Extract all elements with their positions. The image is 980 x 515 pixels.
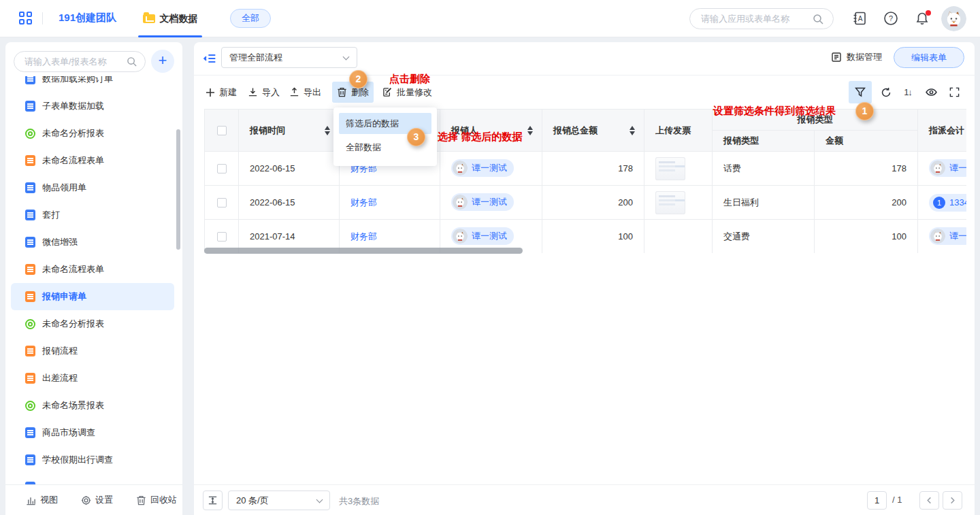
column-header-type[interactable]: 报销类型 [713, 131, 815, 152]
cell-date: 2022-06-15 [239, 152, 340, 186]
data-manage-button[interactable]: 数据管理 [831, 51, 882, 63]
row-checkbox[interactable] [217, 198, 227, 207]
chevron-down-icon [316, 497, 323, 503]
sidebar-item-form[interactable]: 子表单数据加载 [11, 93, 174, 120]
fullscreen-button[interactable] [943, 81, 966, 103]
sidebar-item-flow-form[interactable]: 未命名流程表单 [11, 147, 174, 174]
search-icon [127, 56, 137, 67]
cell-date: 2022-06-15 [239, 186, 340, 220]
cell-accountant: 11334 [918, 186, 967, 220]
user-pill[interactable]: 谭一测试 [451, 227, 514, 245]
sidebar-scrollbar[interactable] [176, 129, 180, 250]
scope-all-pill[interactable]: 全部 [230, 9, 271, 28]
collapse-sidebar-icon[interactable] [203, 52, 216, 65]
sidebar-item-form[interactable]: 微信增强 [11, 229, 174, 256]
user-avatar[interactable] [941, 6, 966, 31]
invoice-thumbnail[interactable] [655, 191, 685, 214]
sort-arrows-icon[interactable] [527, 125, 534, 136]
new-button[interactable]: 新建 [201, 82, 242, 103]
sidebar-item-expense-form-selected[interactable]: 报销申请单 [11, 283, 174, 310]
import-button[interactable]: 导入 [243, 82, 284, 103]
table-row[interactable]: 2022-06-15 财务部 谭一测试 200 生日福利 200 11334 [205, 186, 967, 220]
step-label-3: 选择 筛选后的数据 [438, 131, 522, 144]
sort-arrows-icon[interactable] [630, 125, 636, 136]
table-row[interactable]: 2022-06-15 财务部 谭一测试 178 话费 178 谭一 [205, 152, 967, 186]
sidebar-item-form[interactable]: 物品领用单 [11, 174, 174, 201]
tab-document-data[interactable]: 文档数据 [138, 0, 202, 37]
cell-reporter: 谭一测试 [440, 152, 542, 186]
form-search[interactable] [14, 51, 146, 72]
sidebar-item-flow-form[interactable]: 未命名流程表单 [11, 256, 174, 283]
flow-filter-select[interactable]: 管理全部流程 [221, 47, 357, 68]
sidebar-item-form[interactable]: 套打 [11, 201, 174, 229]
form-icon [25, 237, 35, 248]
global-search-input[interactable] [701, 10, 810, 28]
lucky-cat-avatar [453, 161, 468, 176]
refresh-button[interactable] [875, 81, 898, 103]
add-form-button[interactable]: + [151, 50, 174, 73]
trash-icon [337, 87, 347, 97]
help-icon[interactable]: ? [883, 11, 898, 26]
user-pill[interactable]: 谭一测试 [451, 159, 514, 177]
horizontal-scrollbar[interactable] [204, 248, 523, 254]
form-search-input[interactable] [24, 52, 120, 71]
sidebar-item-report[interactable]: 未命名分析报表 [11, 120, 174, 147]
column-header-amount[interactable]: 金额 [815, 131, 918, 152]
report-icon [25, 401, 35, 411]
lucky-cat-avatar [930, 161, 945, 176]
sidebar-item-report[interactable]: 未命名分析报表 [11, 310, 174, 337]
settings-button[interactable]: 设置 [81, 494, 113, 506]
filter-button[interactable] [849, 81, 872, 103]
flow-form-icon [25, 291, 35, 302]
sidebar-item-form[interactable] [11, 474, 174, 484]
current-page-input[interactable]: 1 [867, 491, 887, 510]
step-badge-3: 3 [407, 128, 425, 146]
row-checkbox[interactable] [217, 232, 227, 242]
step-label-1: 设置筛选条件得到筛选结果 [713, 105, 836, 118]
app-grid-logo-icon[interactable] [19, 12, 33, 25]
table-footer: 20 条/页 共3条数据 1 / 1 [194, 484, 975, 515]
sidebar-item-form[interactable]: 数据加载采购订单 [11, 76, 174, 93]
export-button[interactable]: 导出 [284, 82, 326, 103]
refresh-icon [881, 87, 892, 98]
page-size-select[interactable]: 20 条/页 [228, 491, 330, 510]
sort-button[interactable]: 1↓ [896, 81, 919, 103]
svg-text:A: A [858, 15, 863, 22]
app-name: 文档数据 [160, 13, 198, 25]
column-header-accountant[interactable]: 指派会计 [918, 110, 967, 152]
user-pill[interactable]: 谭一 [929, 227, 966, 245]
recycle-bin-button[interactable]: 回收站 [136, 494, 177, 506]
row-height-icon [208, 495, 218, 505]
user-pill[interactable]: 谭一 [929, 159, 966, 177]
global-search[interactable] [689, 8, 834, 29]
views-button[interactable]: 视图 [26, 494, 58, 506]
sidebar-item-flow-form[interactable]: 报销流程 [11, 337, 174, 365]
cell-accountant: 谭一 [918, 220, 967, 254]
team-name[interactable]: 191创建团队 [59, 12, 116, 24]
select-all-checkbox[interactable] [217, 126, 227, 135]
prev-page-button[interactable] [919, 491, 939, 510]
row-checkbox[interactable] [217, 164, 227, 173]
next-page-button[interactable] [943, 491, 962, 510]
user-pill[interactable]: 11334 [929, 194, 966, 212]
sidebar-item-report[interactable]: 未命名场景报表 [11, 392, 174, 419]
user-pill[interactable]: 谭一测试 [451, 193, 514, 211]
address-book-icon[interactable]: A [852, 11, 867, 26]
sidebar-item-flow-form[interactable]: 出差流程 [11, 365, 174, 392]
cell-dept[interactable]: 财务部 [340, 186, 440, 220]
edit-form-button[interactable]: 编辑表单 [894, 47, 964, 68]
funnel-icon [855, 87, 866, 98]
notification-bell-icon[interactable] [915, 12, 930, 22]
row-height-button[interactable] [203, 491, 223, 510]
gear-icon [81, 495, 91, 505]
column-header-invoice[interactable]: 上传发票 [644, 110, 713, 152]
sidebar-item-form[interactable]: 商品市场调查 [11, 419, 174, 446]
visibility-button[interactable] [919, 81, 943, 103]
sidebar-item-form[interactable]: 学校假期出行调查 [11, 446, 174, 474]
flow-form-icon [25, 155, 35, 166]
sort-arrows-icon[interactable] [325, 125, 331, 136]
cell-total: 178 [542, 152, 644, 186]
column-header-date[interactable]: 报销时间 [239, 110, 340, 152]
invoice-thumbnail[interactable] [655, 157, 685, 180]
column-header-total[interactable]: 报销总金额 [542, 110, 644, 152]
